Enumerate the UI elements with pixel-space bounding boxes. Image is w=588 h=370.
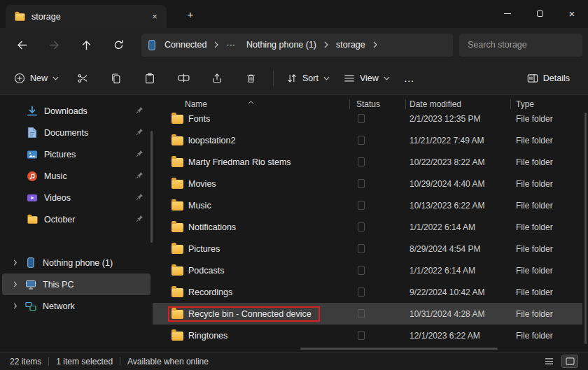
tab-close-icon[interactable]: ×: [148, 10, 161, 23]
column-header-type[interactable]: Type: [510, 99, 588, 109]
paste-button[interactable]: [134, 66, 165, 90]
breadcrumb-item-storage[interactable]: storage: [331, 36, 370, 53]
sidebar-item-this-pc[interactable]: This PC: [2, 273, 150, 295]
chevron-right-icon[interactable]: [213, 41, 220, 48]
status-icon: [358, 201, 365, 210]
up-button[interactable]: [73, 33, 99, 57]
file-date: 10/29/2024 4:40 AM: [405, 179, 510, 189]
music-icon: [26, 171, 38, 182]
file-row[interactable]: loopstation2 11/21/2022 7:49 AM File fol…: [153, 129, 582, 151]
back-button[interactable]: [8, 33, 35, 57]
file-type: File folder: [510, 244, 582, 254]
content-area: Downloads Documents Pictures Music: [0, 96, 588, 352]
file-row[interactable]: Recordings 9/22/2024 10:42 AM File folde…: [153, 281, 582, 303]
file-name: Marty Friedman Rio stems: [188, 157, 291, 167]
videos-icon: [26, 192, 38, 204]
file-type: File folder: [510, 157, 582, 167]
details-label: Details: [543, 73, 570, 83]
minimize-button[interactable]: [491, 0, 524, 27]
maximize-button[interactable]: [524, 0, 556, 27]
items-count: 22 items: [10, 357, 41, 367]
file-rows: Fonts 2/1/2023 12:35 PM File folder loop…: [153, 108, 582, 346]
sort-ascending-icon: [248, 97, 254, 106]
horizontal-scrollbar[interactable]: [300, 348, 498, 350]
file-row[interactable]: Notifications 1/1/2022 6:14 AM File fold…: [153, 216, 582, 238]
new-tab-button[interactable]: +: [183, 7, 197, 21]
forward-button[interactable]: [41, 33, 67, 57]
sidebar-item-music[interactable]: Music: [2, 165, 150, 187]
file-status-cell: [349, 179, 405, 188]
selected-file-row[interactable]: Recycle bin - Connected device 10/31/202…: [153, 303, 582, 325]
column-header-status[interactable]: Status: [349, 99, 405, 109]
delete-button[interactable]: [235, 66, 266, 90]
new-button[interactable]: New: [7, 68, 66, 89]
new-label: New: [30, 73, 48, 83]
file-row[interactable]: Movies 10/29/2024 4:40 AM File folder: [153, 173, 582, 194]
divider: [48, 357, 49, 366]
chevron-right-icon[interactable]: [10, 303, 20, 309]
sidebar-item-october[interactable]: October: [2, 208, 150, 230]
sidebar-item-downloads[interactable]: Downloads: [2, 100, 150, 122]
breadcrumb-item-connected[interactable]: Connected: [160, 36, 211, 53]
breadcrumb: Connected ··· Nothing phone (1) storage: [141, 34, 453, 57]
chevron-right-icon[interactable]: [10, 281, 20, 287]
availability-status: Available when online: [127, 357, 209, 367]
view-button[interactable]: View: [337, 68, 397, 89]
close-button[interactable]: ×: [556, 0, 588, 27]
folder-icon: [26, 215, 38, 225]
sidebar-item-videos[interactable]: Videos: [2, 187, 150, 208]
folder-icon: [172, 115, 183, 124]
tab-storage[interactable]: storage ×: [6, 5, 167, 28]
sidebar-item-nothing-phone[interactable]: Nothing phone (1): [2, 252, 150, 273]
refresh-button[interactable]: [105, 33, 132, 57]
chevron-down-icon: [52, 76, 59, 80]
search-input[interactable]: Search storage: [459, 34, 582, 57]
file-status-cell: [349, 266, 405, 275]
more-options-button[interactable]: …: [397, 66, 422, 90]
file-row[interactable]: Marty Friedman Rio stems 10/22/2023 8:22…: [153, 151, 582, 173]
file-row[interactable]: Music 10/13/2023 6:22 AM File folder: [153, 194, 582, 216]
file-row[interactable]: Pictures 8/29/2024 4:54 PM File folder: [153, 238, 582, 259]
file-row[interactable]: Podcasts 1/1/2022 6:14 AM File folder: [153, 259, 582, 281]
chevron-right-icon[interactable]: [10, 259, 20, 266]
file-date: 10/22/2023 8:22 AM: [405, 157, 510, 167]
file-date: 2/1/2023 12:35 PM: [405, 114, 510, 124]
folder-icon: [172, 180, 183, 189]
forward-icon: [48, 39, 60, 51]
sidebar-item-pictures[interactable]: Pictures: [2, 143, 150, 165]
file-name: Pictures: [188, 244, 220, 254]
file-status-cell: [349, 222, 405, 232]
breadcrumb-item-nothing-phone[interactable]: Nothing phone (1): [241, 36, 321, 53]
cut-button[interactable]: [67, 66, 98, 90]
copy-button[interactable]: [101, 66, 132, 90]
sidebar-item-documents[interactable]: Documents: [2, 122, 150, 143]
file-name-cell: Ringtones: [153, 328, 349, 343]
view-label: View: [360, 73, 379, 83]
sort-label: Sort: [302, 73, 318, 83]
breadcrumb-overflow-button[interactable]: ···: [221, 36, 240, 53]
chevron-down-icon: [323, 76, 330, 80]
large-icons-view-button[interactable]: [561, 355, 578, 368]
share-button[interactable]: [202, 66, 232, 90]
column-header-date-modified[interactable]: Date modified: [405, 99, 510, 109]
sidebar-item-network[interactable]: Network: [2, 295, 150, 317]
column-divider[interactable]: [510, 99, 511, 109]
file-list: Name Status Date modified Type Fonts 2/1…: [153, 96, 588, 352]
vertical-scrollbar[interactable]: [584, 98, 587, 344]
network-icon: [24, 301, 37, 312]
details-pane-button[interactable]: Details: [520, 68, 577, 89]
divider: [273, 71, 274, 86]
file-name-cell: loopstation2: [153, 133, 349, 148]
rename-button[interactable]: [168, 66, 199, 90]
chevron-right-icon[interactable]: [372, 41, 379, 48]
sort-button[interactable]: Sort: [279, 68, 337, 89]
file-name: Fonts: [188, 114, 210, 124]
details-view-button[interactable]: [540, 355, 557, 368]
file-row[interactable]: Ringtones 12/1/2023 6:22 AM File folder: [153, 325, 582, 346]
chevron-right-icon[interactable]: [323, 41, 330, 48]
view-toggles: [540, 355, 578, 368]
sort-arrows-icon: [286, 73, 298, 84]
column-divider[interactable]: [349, 99, 350, 109]
file-name-cell: Music: [153, 198, 349, 213]
column-divider[interactable]: [405, 99, 406, 109]
